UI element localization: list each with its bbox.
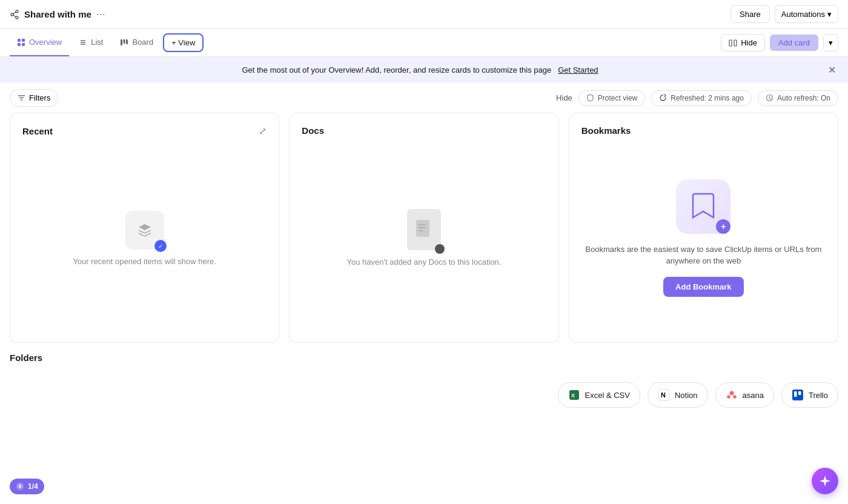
folders-title: Folders <box>10 353 838 363</box>
filters-label: Filters <box>29 93 50 102</box>
expand-icon[interactable]: ⤢ <box>259 125 267 137</box>
svg-rect-8 <box>22 43 25 46</box>
protect-view-pill[interactable]: Protect view <box>578 90 645 106</box>
svg-rect-15 <box>729 40 732 46</box>
svg-rect-12 <box>121 39 122 45</box>
page-title: Shared with me <box>24 9 91 19</box>
svg-line-3 <box>13 12 16 14</box>
excel-icon: X <box>568 389 580 401</box>
bookmarks-card: Bookmarks + Bookmarks are the easiest wa… <box>569 113 838 343</box>
hide-button[interactable]: Hide <box>721 34 765 51</box>
recent-empty-icon: ✓ <box>125 211 164 250</box>
svg-rect-5 <box>18 39 21 42</box>
tab-overview[interactable]: Overview <box>10 29 69 56</box>
shield-icon <box>586 94 594 102</box>
recent-card-header: Recent ⤢ <box>22 125 267 137</box>
docs-empty-text: You haven't added any Docs to this locat… <box>347 257 502 267</box>
clock-icon <box>766 94 773 102</box>
asana-icon <box>726 389 738 401</box>
bookmarks-card-title: Bookmarks <box>581 125 631 136</box>
import-trello-label: Trello <box>809 391 828 400</box>
list-icon <box>79 38 87 47</box>
docs-dot <box>435 244 445 254</box>
bookmark-desc: Bookmarks are the easiest way to save Cl… <box>581 244 826 267</box>
hide-action[interactable]: Hide <box>556 93 572 102</box>
import-asana-pill[interactable]: asana <box>715 382 774 408</box>
filter-icon <box>18 94 25 102</box>
svg-point-2 <box>16 16 18 19</box>
more-options-icon[interactable]: ··· <box>96 8 105 21</box>
recent-card-title: Recent <box>22 126 53 136</box>
import-asana-label: asana <box>743 391 764 400</box>
get-started-link[interactable]: Get Started <box>558 65 598 75</box>
banner-close-button[interactable]: ✕ <box>828 64 836 76</box>
add-card-dropdown-button[interactable]: ▾ <box>823 34 838 51</box>
refreshed-label: Refreshed: 2 mins ago <box>671 94 744 102</box>
import-row: X Excel & CSV N Notion asana Trello <box>0 382 848 420</box>
svg-rect-24 <box>416 220 429 237</box>
columns-icon <box>729 39 737 47</box>
check-badge: ✓ <box>154 240 167 252</box>
auto-refresh-pill[interactable]: Auto refresh: On <box>758 90 838 106</box>
svg-line-22 <box>769 98 770 99</box>
refresh-icon <box>659 94 667 102</box>
svg-text:N: N <box>661 391 666 399</box>
add-view-button[interactable]: + View <box>163 33 204 52</box>
add-card-button[interactable]: Add card <box>770 35 818 51</box>
svg-rect-36 <box>794 391 797 397</box>
import-trello-pill[interactable]: Trello <box>781 382 838 408</box>
tab-list-label: List <box>91 38 103 47</box>
import-notion-pill[interactable]: N Notion <box>648 382 708 408</box>
refreshed-pill[interactable]: Refreshed: 2 mins ago <box>651 90 752 106</box>
svg-point-33 <box>727 395 730 399</box>
auto-refresh-label: Auto refresh: On <box>777 94 830 102</box>
automations-button[interactable]: Automations ▾ <box>775 5 838 23</box>
import-excel-pill[interactable]: X Excel & CSV <box>558 382 640 408</box>
chevron-down-icon: ▾ <box>827 10 832 19</box>
svg-rect-7 <box>18 43 21 46</box>
board-icon <box>120 38 128 47</box>
page-header: Shared with me ··· Share Automations ▾ <box>0 0 848 29</box>
svg-rect-14 <box>126 39 128 44</box>
svg-point-32 <box>729 391 734 396</box>
filters-button[interactable]: Filters <box>10 89 58 107</box>
tab-list[interactable]: List <box>71 29 110 56</box>
docs-empty-icon <box>407 209 441 250</box>
share-nodes-icon <box>10 10 19 19</box>
folders-section: Folders <box>0 353 848 382</box>
recent-empty-text: Your recent opened items will show here. <box>73 257 216 266</box>
svg-rect-6 <box>22 39 25 42</box>
svg-line-4 <box>13 15 16 17</box>
trello-icon <box>792 389 804 401</box>
cards-grid: Recent ⤢ ✓ Your recent opened items will… <box>0 113 848 353</box>
filters-bar: Filters Hide Protect view Refreshed: 2 m… <box>0 83 848 113</box>
header-right: Share Automations ▾ <box>730 5 838 23</box>
svg-rect-37 <box>798 391 801 395</box>
tab-board[interactable]: Board <box>113 29 161 56</box>
info-banner: Get the most out of your Overview! Add, … <box>0 57 848 83</box>
header-left: Shared with me ··· <box>10 8 105 21</box>
protect-view-label: Protect view <box>598 94 637 102</box>
svg-point-1 <box>11 13 13 16</box>
import-excel-label: Excel & CSV <box>585 391 630 400</box>
docs-card: Docs You haven't added any Docs to this … <box>289 113 558 343</box>
recent-card: Recent ⤢ ✓ Your recent opened items will… <box>10 113 279 343</box>
filters-right: Hide Protect view Refreshed: 2 mins ago … <box>556 90 838 106</box>
recent-card-body: ✓ Your recent opened items will show her… <box>22 147 267 330</box>
svg-rect-13 <box>124 39 125 44</box>
tabs-bar: Overview List Board + View H <box>0 29 848 57</box>
svg-rect-16 <box>734 40 737 46</box>
tab-overview-label: Overview <box>29 38 62 47</box>
share-button[interactable]: Share <box>730 5 770 23</box>
add-bookmark-button[interactable]: Add Bookmark <box>663 277 743 297</box>
tabs-right: Hide Add card ▾ <box>721 34 838 51</box>
tabs-left: Overview List Board + View <box>10 29 204 56</box>
layers-icon <box>136 222 153 239</box>
svg-rect-35 <box>792 390 803 400</box>
tab-board-label: Board <box>132 38 153 47</box>
banner-text: Get the most out of your Overview! Add, … <box>12 65 828 75</box>
hide-label: Hide <box>741 38 757 47</box>
bookmarks-card-body: + Bookmarks are the easiest way to save … <box>581 145 826 330</box>
bookmark-illustration: + <box>676 179 730 234</box>
svg-text:X: X <box>571 393 575 399</box>
